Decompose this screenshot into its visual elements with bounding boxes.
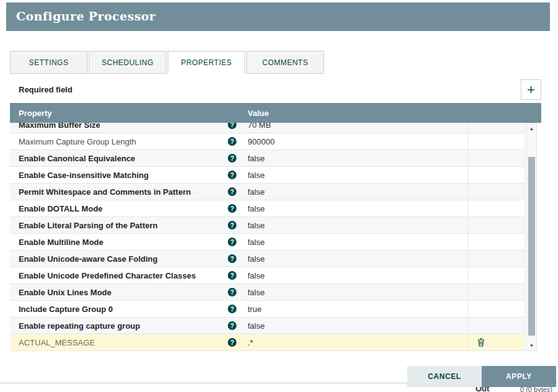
property-name: Enable Unicode Predefined Character Clas…	[19, 271, 196, 280]
value-cell[interactable]: false	[243, 234, 469, 250]
help-icon[interactable]: ?	[228, 221, 236, 229]
cancel-button[interactable]: CANCEL	[407, 366, 482, 387]
table-header-row: Property Value	[10, 103, 541, 123]
help-icon[interactable]: ?	[228, 338, 236, 347]
property-name: Enable DOTALL Mode	[19, 204, 102, 213]
value-cell[interactable]: false	[243, 200, 469, 216]
property-cell: Enable Unicode Predefined Character Clas…	[10, 267, 243, 283]
table-row-include-capture-group-0[interactable]: Include Capture Group 0 ? true	[10, 301, 524, 318]
help-icon[interactable]: ?	[228, 204, 236, 213]
property-value: false	[248, 187, 264, 197]
action-cell	[469, 217, 524, 233]
table-scrollbar[interactable]: ▲ ▼	[526, 123, 537, 351]
value-cell[interactable]: false	[243, 284, 469, 300]
property-cell: Include Capture Group 0 ?	[10, 301, 243, 317]
action-cell	[469, 150, 524, 166]
value-cell[interactable]: false	[243, 150, 469, 166]
property-value: false	[248, 204, 264, 213]
action-cell	[469, 123, 524, 133]
help-icon[interactable]: ?	[228, 321, 236, 330]
property-value: false	[248, 221, 264, 230]
property-value: true	[248, 305, 261, 314]
property-name: Enable Multiline Mode	[19, 238, 104, 247]
value-cell[interactable]: false	[243, 251, 469, 267]
add-property-button[interactable]: +	[521, 79, 541, 100]
tab-scheduling[interactable]: SCHEDULING	[89, 51, 166, 74]
table-row-permit-whitespace-and-comments-in-pattern[interactable]: Permit Whitespace and Comments in Patter…	[10, 184, 524, 200]
property-cell: Enable Unicode-aware Case Folding ?	[10, 251, 243, 267]
dialog-header: Configure Processor	[6, 2, 550, 31]
table-row-actual-message[interactable]: ACTUAL_MESSAGE ? .*	[10, 334, 524, 351]
tab-settings[interactable]: SETTINGS	[10, 51, 88, 74]
help-icon[interactable]: ?	[228, 271, 236, 280]
apply-button[interactable]: APPLY	[482, 366, 556, 387]
table-row-enable-dotall-mode[interactable]: Enable DOTALL Mode ? false	[10, 200, 524, 217]
property-name: Include Capture Group 0	[19, 305, 113, 314]
property-name: Maximum Capture Group Length	[19, 137, 136, 146]
table-row-enable-case-insensitive-matching[interactable]: Enable Case-insensitive Matching ? false	[10, 167, 524, 184]
action-cell	[469, 301, 524, 317]
column-header-value: Value	[243, 109, 269, 118]
value-cell[interactable]: false	[243, 184, 469, 200]
help-icon[interactable]: ?	[228, 123, 236, 129]
property-value: 900000	[248, 137, 274, 146]
table-row-enable-unicode-aware-case-folding[interactable]: Enable Unicode-aware Case Folding ? fals…	[10, 251, 524, 267]
value-cell[interactable]: true	[243, 301, 469, 317]
value-cell[interactable]: false	[243, 318, 469, 334]
scrollbar-thumb[interactable]	[528, 157, 535, 336]
property-name: Enable Case-insensitive Matching	[19, 171, 149, 180]
tab-properties[interactable]: PROPERTIES	[168, 51, 245, 74]
table-row-maximum-buffer-size[interactable]: Maximum Buffer Size ? 70 MB	[10, 123, 524, 133]
property-value: false	[248, 321, 264, 331]
value-cell[interactable]: 70 MB	[243, 123, 469, 133]
value-cell[interactable]: .*	[243, 334, 469, 350]
table-body: Maximum Buffer Size ? 70 MB Maximum Capt…	[10, 123, 525, 351]
delete-property-icon[interactable]	[477, 338, 485, 347]
help-icon[interactable]: ?	[228, 154, 236, 163]
value-cell[interactable]: false	[243, 217, 469, 233]
property-cell: Enable Multiline Mode ?	[10, 234, 243, 250]
property-cell: Enable Unix Lines Mode ?	[10, 284, 243, 300]
property-cell: Enable repeating capture group ?	[10, 318, 243, 334]
property-name: Enable repeating capture group	[19, 321, 140, 331]
help-icon[interactable]: ?	[228, 137, 236, 146]
help-icon[interactable]: ?	[228, 171, 236, 179]
plus-icon: +	[527, 82, 535, 97]
action-cell	[469, 251, 524, 267]
property-name: Permit Whitespace and Comments in Patter…	[19, 187, 191, 197]
help-icon[interactable]: ?	[228, 254, 236, 263]
tab-label: SCHEDULING	[102, 58, 153, 67]
value-cell[interactable]: false	[243, 167, 469, 183]
help-icon[interactable]: ?	[228, 238, 236, 246]
property-cell: Permit Whitespace and Comments in Patter…	[10, 184, 243, 200]
properties-table: Property Value Maximum Buffer Size ? 70 …	[10, 103, 541, 351]
tab-label: PROPERTIES	[181, 58, 232, 67]
nifi-window: Out 0 (0 bytes) Configure Processor SETT…	[0, 0, 558, 392]
action-cell	[469, 167, 524, 183]
action-cell	[469, 334, 524, 350]
value-cell[interactable]: false	[243, 267, 469, 283]
table-row-maximum-capture-group-length[interactable]: Maximum Capture Group Length ? 900000	[10, 133, 524, 150]
value-cell[interactable]: 900000	[243, 133, 469, 149]
property-cell: Maximum Capture Group Length ?	[10, 133, 243, 149]
property-value: false	[248, 271, 264, 280]
scrollbar-up-arrow[interactable]: ▲	[527, 123, 536, 133]
help-icon[interactable]: ?	[228, 305, 236, 313]
action-cell	[469, 234, 524, 250]
property-name: Enable Unicode-aware Case Folding	[19, 254, 158, 264]
table-row-enable-unicode-predefined-character-classes[interactable]: Enable Unicode Predefined Character Clas…	[10, 267, 524, 284]
table-row-enable-literal-parsing-of-the-pattern[interactable]: Enable Literal Parsing of the Pattern ? …	[10, 217, 524, 234]
property-value: false	[248, 254, 264, 264]
help-icon[interactable]: ?	[228, 288, 236, 296]
table-row-enable-canonical-equivalence[interactable]: Enable Canonical Equivalence ? false	[10, 150, 524, 167]
table-row-enable-multiline-mode[interactable]: Enable Multiline Mode ? false	[10, 234, 524, 251]
table-row-enable-unix-lines-mode[interactable]: Enable Unix Lines Mode ? false	[10, 284, 524, 301]
scrollbar-down-arrow[interactable]: ▼	[527, 341, 536, 350]
action-cell	[469, 184, 524, 200]
tab-comments[interactable]: COMMENTS	[246, 51, 324, 74]
table-row-enable-repeating-capture-group[interactable]: Enable repeating capture group ? false	[10, 318, 524, 334]
property-cell: Maximum Buffer Size ?	[10, 123, 243, 133]
help-icon[interactable]: ?	[228, 187, 236, 196]
property-name: Enable Unix Lines Mode	[19, 288, 112, 297]
action-cell	[469, 267, 524, 283]
